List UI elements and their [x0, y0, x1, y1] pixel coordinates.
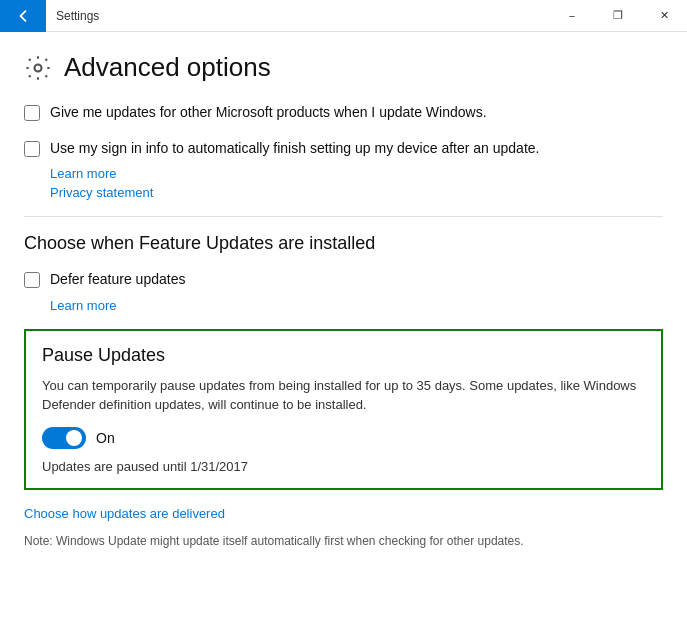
minimize-button[interactable]: − [549, 0, 595, 32]
pause-toggle[interactable] [42, 427, 86, 449]
window-title: Settings [46, 9, 549, 23]
pause-updates-title: Pause Updates [42, 345, 645, 366]
title-bar: Settings − ❐ ✕ [0, 0, 687, 32]
main-content: Advanced options Give me updates for oth… [0, 32, 687, 633]
pause-updates-description: You can temporarily pause updates from b… [42, 376, 645, 415]
sign-in-info-label: Use my sign in info to automatically fin… [50, 139, 539, 159]
checkbox-section-1: Give me updates for other Microsoft prod… [24, 103, 663, 123]
page-title: Advanced options [64, 52, 271, 83]
restore-button[interactable]: ❐ [595, 0, 641, 32]
learn-more-link-1[interactable]: Learn more [50, 166, 663, 181]
toggle-track [42, 427, 86, 449]
toggle-state-label: On [96, 430, 115, 446]
learn-more-link-2[interactable]: Learn more [50, 298, 663, 313]
pause-status-text: Updates are paused until 1/31/2017 [42, 459, 645, 474]
feature-updates-section: Choose when Feature Updates are installe… [24, 233, 663, 313]
choose-delivery-link[interactable]: Choose how updates are delivered [24, 506, 663, 521]
defer-feature-row: Defer feature updates [24, 270, 663, 290]
close-button[interactable]: ✕ [641, 0, 687, 32]
divider-1 [24, 216, 663, 217]
svg-point-0 [35, 64, 42, 71]
feature-updates-heading: Choose when Feature Updates are installe… [24, 233, 663, 254]
page-header: Advanced options [24, 52, 663, 83]
window-controls: − ❐ ✕ [549, 0, 687, 32]
back-icon [17, 10, 29, 22]
toggle-thumb [66, 430, 82, 446]
checkbox-section-2: Use my sign in info to automatically fin… [24, 139, 663, 201]
note-text: Note: Windows Update might update itself… [24, 533, 663, 550]
sign-in-info-checkbox[interactable] [24, 141, 40, 157]
pause-updates-box: Pause Updates You can temporarily pause … [24, 329, 663, 490]
updates-other-products-label: Give me updates for other Microsoft prod… [50, 103, 487, 123]
defer-feature-checkbox[interactable] [24, 272, 40, 288]
toggle-row: On [42, 427, 645, 449]
gear-icon [24, 54, 52, 82]
checkbox-row-2: Use my sign in info to automatically fin… [24, 139, 663, 159]
defer-feature-label: Defer feature updates [50, 270, 185, 290]
checkbox-row-1: Give me updates for other Microsoft prod… [24, 103, 663, 123]
updates-other-products-checkbox[interactable] [24, 105, 40, 121]
privacy-statement-link[interactable]: Privacy statement [50, 185, 663, 200]
back-button[interactable] [0, 0, 46, 32]
